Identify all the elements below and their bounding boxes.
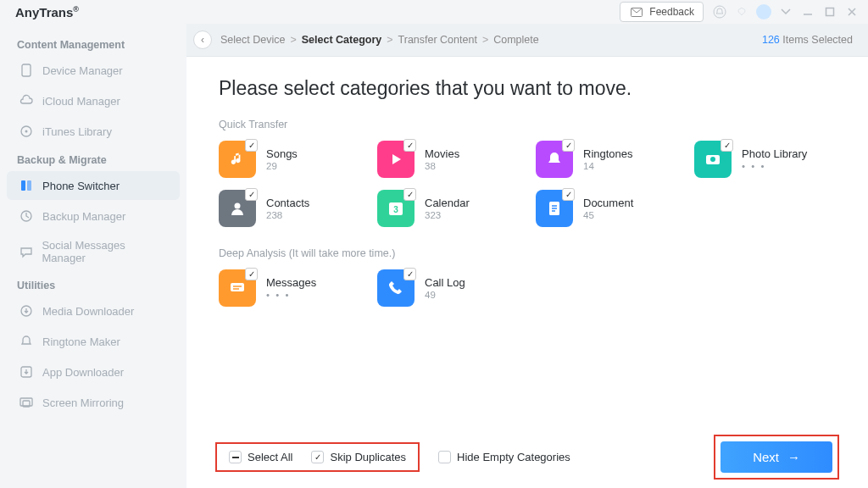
- sidebar-item-social-messages-manager[interactable]: Social Messages Manager: [7, 232, 180, 271]
- category-checkbox[interactable]: ✓: [403, 268, 416, 280]
- sidebar-item-label: Ringtone Maker: [42, 336, 120, 348]
- category-count: 323: [425, 210, 470, 220]
- title-bar: AnyTrans® Feedback: [0, 0, 868, 24]
- category-movies[interactable]: ✓Movies38: [377, 141, 519, 178]
- category-checkbox[interactable]: ✓: [403, 139, 416, 152]
- category-checkbox[interactable]: ✓: [403, 188, 416, 201]
- category-name: Photo Library: [742, 147, 807, 160]
- category-checkbox[interactable]: ✓: [562, 139, 575, 152]
- arrow-right-icon: →: [787, 450, 800, 464]
- category-count: 45: [583, 210, 633, 220]
- svg-point-15: [710, 157, 715, 162]
- sidebar-item-label: Media Downloader: [42, 305, 134, 318]
- msg-icon: ✓: [219, 269, 256, 307]
- category-checkbox[interactable]: ✓: [721, 139, 733, 152]
- category-messages[interactable]: ✓Messages• • •: [219, 269, 360, 307]
- sidebar-heading: Utilities: [0, 273, 186, 295]
- deep-analysis-grid: ✓Messages• • •✓Call Log49: [219, 269, 836, 307]
- backup-manager-icon: [19, 208, 34, 224]
- bell-icon[interactable]: [712, 4, 727, 19]
- category-calendar[interactable]: 3✓Calendar323: [377, 190, 519, 227]
- hide-empty-checkbox[interactable]: Hide Empty Categories: [438, 451, 570, 463]
- chevron-down-icon[interactable]: [778, 4, 793, 19]
- sidebar-item-label: iTunes Library: [42, 125, 112, 138]
- category-name: Call Log: [425, 276, 465, 289]
- bell-icon: ✓: [536, 141, 573, 178]
- breadcrumb-step[interactable]: Select Device: [220, 34, 285, 46]
- category-call-log[interactable]: ✓Call Log49: [377, 269, 519, 307]
- next-button-highlight: Next →: [717, 438, 836, 476]
- quick-transfer-label: Quick Transfer: [219, 119, 836, 130]
- sidebar-item-label: iCloud Manager: [42, 95, 120, 108]
- category-checkbox[interactable]: ✓: [245, 268, 258, 280]
- phone-switcher-icon: [19, 178, 34, 193]
- sidebar-item-label: Device Manager: [42, 64, 123, 77]
- svg-point-1: [714, 6, 726, 18]
- category-count: 49: [425, 290, 465, 300]
- category-name: Document: [583, 197, 633, 209]
- breadcrumb-step: Transfer Content: [398, 34, 477, 46]
- svg-point-2: [756, 4, 771, 19]
- ringtone-maker-icon: [19, 334, 34, 349]
- category-photo-library[interactable]: ✓Photo Library• • •: [694, 141, 836, 178]
- page-title: Please select categories that you want t…: [219, 77, 836, 100]
- check-icon: ✓: [311, 451, 324, 463]
- icloud-manager-icon: [19, 93, 34, 108]
- items-selected: 126 Items Selected: [762, 34, 853, 46]
- select-all-checkbox[interactable]: Select All: [229, 451, 292, 463]
- close-icon[interactable]: [844, 4, 860, 19]
- svg-text:3: 3: [393, 205, 398, 214]
- svg-point-6: [25, 130, 28, 133]
- svg-rect-20: [231, 283, 244, 291]
- app-downloader-icon: [19, 364, 34, 380]
- sidebar-item-screen-mirroring[interactable]: Screen Mirroring: [7, 388, 180, 417]
- sidebar-item-media-downloader[interactable]: Media Downloader: [7, 297, 180, 325]
- svg-rect-3: [826, 8, 834, 16]
- quick-transfer-grid: ✓Songs29✓Movies38✓Ringtones14✓Photo Libr…: [219, 141, 836, 227]
- svg-rect-12: [20, 398, 32, 406]
- sidebar-item-device-manager[interactable]: Device Manager: [7, 56, 180, 85]
- butterfly-icon[interactable]: [734, 4, 749, 19]
- svg-rect-7: [21, 180, 25, 191]
- maximize-icon[interactable]: [822, 4, 837, 19]
- category-songs[interactable]: ✓Songs29: [219, 141, 360, 178]
- hide-empty-label: Hide Empty Categories: [457, 451, 570, 463]
- sidebar-item-app-downloader[interactable]: App Downloader: [7, 358, 180, 386]
- category-checkbox[interactable]: ✓: [245, 188, 258, 201]
- category-document[interactable]: ✓Document45: [536, 190, 677, 227]
- category-checkbox[interactable]: ✓: [245, 139, 258, 152]
- category-contacts[interactable]: ✓Contacts238: [219, 190, 360, 227]
- social-messages-manager-icon: [19, 244, 33, 259]
- skip-duplicates-checkbox[interactable]: ✓ Skip Duplicates: [311, 451, 406, 463]
- sidebar-item-icloud-manager[interactable]: iCloud Manager: [7, 86, 180, 115]
- cal-icon: 3✓: [377, 190, 415, 227]
- sidebar-item-phone-switcher[interactable]: Phone Switcher: [7, 171, 180, 200]
- sidebar-item-ringtone-maker[interactable]: Ringtone Maker: [7, 327, 180, 356]
- sidebar-item-backup-manager[interactable]: Backup Manager: [7, 202, 180, 230]
- category-count: • • •: [742, 161, 807, 171]
- sidebar-item-label: App Downloader: [42, 366, 124, 379]
- category-name: Songs: [266, 147, 298, 160]
- category-count: 238: [266, 210, 309, 220]
- feedback-button[interactable]: Feedback: [620, 2, 704, 22]
- device-manager-icon: [19, 63, 34, 78]
- unchecked-icon: [438, 451, 451, 463]
- category-checkbox[interactable]: ✓: [562, 188, 575, 201]
- category-ringtones[interactable]: ✓Ringtones14: [536, 141, 677, 178]
- category-count: 14: [583, 161, 633, 171]
- category-name: Ringtones: [583, 147, 633, 160]
- category-count: 29: [266, 161, 298, 171]
- next-button[interactable]: Next →: [721, 441, 832, 473]
- itunes-library-icon: [19, 124, 34, 139]
- avatar-icon[interactable]: [756, 4, 771, 19]
- sidebar-heading: Content Management: [0, 32, 186, 54]
- breadcrumb-step[interactable]: Select Category: [302, 34, 381, 46]
- minimize-icon[interactable]: [800, 4, 815, 19]
- phone-icon: ✓: [377, 269, 415, 307]
- skip-duplicates-label: Skip Duplicates: [330, 451, 406, 463]
- back-button[interactable]: ‹: [193, 30, 212, 49]
- media-downloader-icon: [19, 303, 34, 319]
- sidebar-item-itunes-library[interactable]: iTunes Library: [7, 117, 180, 146]
- sidebar-item-label: Phone Switcher: [42, 180, 120, 192]
- category-name: Movies: [425, 147, 459, 160]
